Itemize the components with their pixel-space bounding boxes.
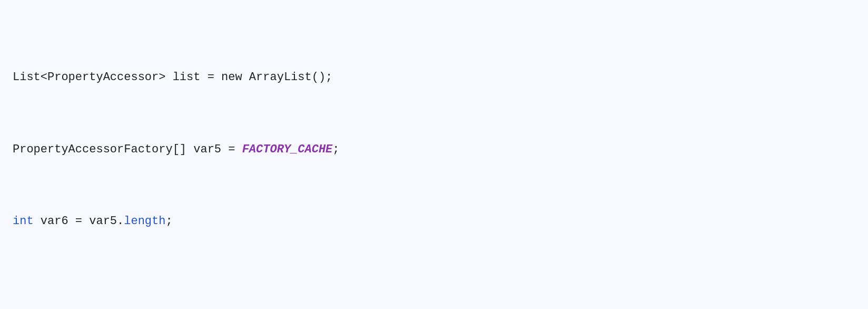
code-text: List<PropertyAccessor> list = new ArrayL… [13, 71, 332, 84]
code-text: PropertyAccessorFactory[] var5 = [13, 143, 242, 156]
code-line-2: PropertyAccessorFactory[] var5 = FACTORY… [13, 141, 855, 159]
code-method: length [124, 215, 165, 228]
code-line-blank1 [13, 284, 855, 302]
code-line-3: int var6 = var5.length; [13, 213, 855, 230]
code-keyword: int [13, 215, 34, 228]
code-text: var6 = var5. [34, 215, 124, 228]
code-text: ; [332, 143, 339, 156]
code-block: List<PropertyAccessor> list = new ArrayL… [13, 15, 855, 309]
code-line-1: List<PropertyAccessor> list = new ArrayL… [13, 69, 855, 86]
code-text: ; [165, 215, 172, 228]
code-keyword-italic: FACTORY_CACHE [242, 143, 333, 156]
